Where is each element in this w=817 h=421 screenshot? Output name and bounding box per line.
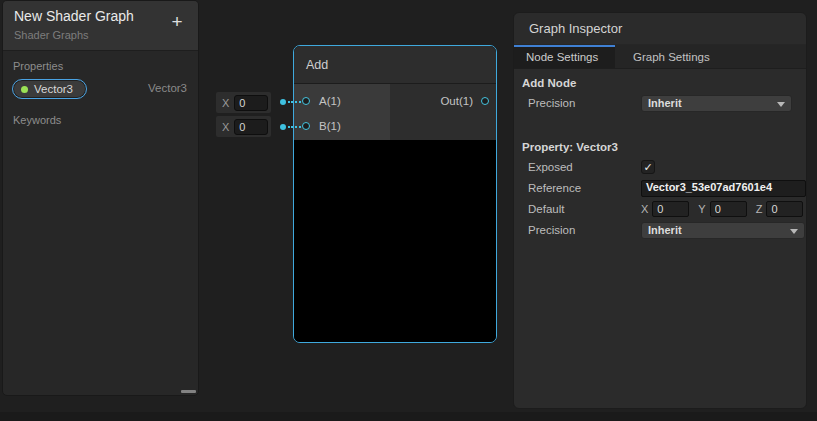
add-node-section-header: Add Node	[514, 73, 806, 93]
default-z-group: Z	[756, 201, 804, 217]
node-precision-dropdown[interactable]: Inherit	[641, 95, 792, 112]
edge-a-connector-dot-icon[interactable]	[280, 99, 286, 105]
input-port-b-label: B(1)	[319, 120, 341, 132]
exposed-row: Exposed ✓	[514, 157, 806, 177]
property-pill-vector3[interactable]: Vector3	[12, 79, 87, 99]
property-precision-row: Precision Inherit	[514, 220, 806, 240]
default-x-group: X	[641, 201, 689, 217]
output-port-label: Out(1)	[440, 95, 473, 107]
input-port-b-icon[interactable]	[302, 122, 310, 130]
default-y-group: Y	[698, 201, 746, 217]
inspector-title[interactable]: Graph Inspector	[514, 13, 806, 45]
inspector-tab-bar: Node Settings Graph Settings	[514, 45, 806, 69]
edge-b-dashed-wire	[288, 126, 301, 128]
reference-row: Reference Vector3_53e07ad7601e4	[514, 178, 806, 198]
default-x-field[interactable]	[652, 201, 689, 217]
exposed-label: Exposed	[528, 161, 641, 173]
input-port-a-label: A(1)	[319, 95, 341, 107]
property-exposed-dot-icon	[21, 86, 28, 93]
add-node-inputs: A(1) B(1)	[294, 84, 390, 140]
properties-section-label: Properties	[3, 51, 198, 79]
default-row: Default X Y Z	[514, 199, 806, 219]
default-x-axis-label: X	[641, 203, 648, 215]
input-b-value-field[interactable]	[234, 119, 268, 135]
input-widget-b: X	[216, 116, 271, 137]
blackboard-header: New Shader Graph Shader Graphs +	[3, 1, 198, 51]
add-node-outputs: Out(1)	[390, 84, 496, 140]
port-row-b: B(1)	[294, 117, 390, 135]
input-a-axis-label: X	[222, 97, 229, 109]
add-node-port-area: A(1) B(1) Out(1)	[294, 84, 496, 140]
add-property-button[interactable]: +	[166, 11, 188, 33]
blackboard-resize-handle[interactable]	[181, 390, 196, 393]
port-row-out: Out(1)	[390, 92, 496, 110]
node-preview-area	[294, 140, 496, 342]
add-node-header[interactable]: Add	[294, 46, 496, 84]
default-z-axis-label: Z	[756, 203, 763, 215]
property-precision-value: Inherit	[648, 224, 682, 236]
window-bottom-strip	[0, 412, 817, 421]
property-pill-label: Vector3	[34, 83, 73, 95]
graph-inspector-panel: Graph Inspector Node Settings Graph Sett…	[513, 12, 807, 409]
input-port-a-icon[interactable]	[302, 97, 310, 105]
node-precision-row: Precision Inherit	[514, 93, 806, 113]
exposed-checkbox[interactable]: ✓	[641, 160, 655, 174]
add-node[interactable]: Add A(1) B(1) Out(1)	[293, 45, 497, 343]
keywords-section-label: Keywords	[3, 105, 198, 133]
property-row: Vector3 Vector3	[3, 79, 198, 101]
property-type-label: Vector3	[148, 82, 187, 94]
default-y-axis-label: Y	[698, 203, 705, 215]
tab-node-settings[interactable]: Node Settings	[514, 45, 615, 68]
node-precision-label: Precision	[528, 97, 641, 109]
property-precision-dropdown[interactable]: Inherit	[641, 222, 805, 239]
output-port-icon[interactable]	[481, 97, 489, 105]
edge-a-dashed-wire	[288, 101, 301, 103]
default-y-field[interactable]	[710, 201, 747, 217]
property-section-header: Property: Vector3	[514, 137, 806, 157]
shader-graph-window: New Shader Graph Shader Graphs + Propert…	[0, 0, 817, 421]
graph-subtitle: Shader Graphs	[14, 29, 188, 41]
node-precision-value: Inherit	[648, 97, 682, 109]
tab-graph-settings[interactable]: Graph Settings	[615, 45, 710, 68]
default-z-field[interactable]	[766, 201, 803, 217]
input-widget-a: X	[216, 92, 271, 113]
edge-b-connector-dot-icon[interactable]	[280, 124, 286, 130]
blackboard-panel: New Shader Graph Shader Graphs + Propert…	[2, 0, 199, 396]
reference-label: Reference	[528, 182, 641, 194]
input-b-axis-label: X	[222, 121, 229, 133]
dropdown-arrow-icon	[790, 229, 798, 234]
dropdown-arrow-icon	[777, 102, 785, 107]
default-label: Default	[528, 203, 641, 215]
property-precision-label: Precision	[528, 224, 641, 236]
inspector-body: Add Node Precision Inherit Property: Vec…	[514, 69, 806, 240]
port-row-a: A(1)	[294, 92, 390, 110]
reference-input[interactable]: Vector3_53e07ad7601e4	[641, 180, 806, 197]
graph-title: New Shader Graph	[14, 8, 188, 24]
input-a-value-field[interactable]	[234, 95, 268, 111]
